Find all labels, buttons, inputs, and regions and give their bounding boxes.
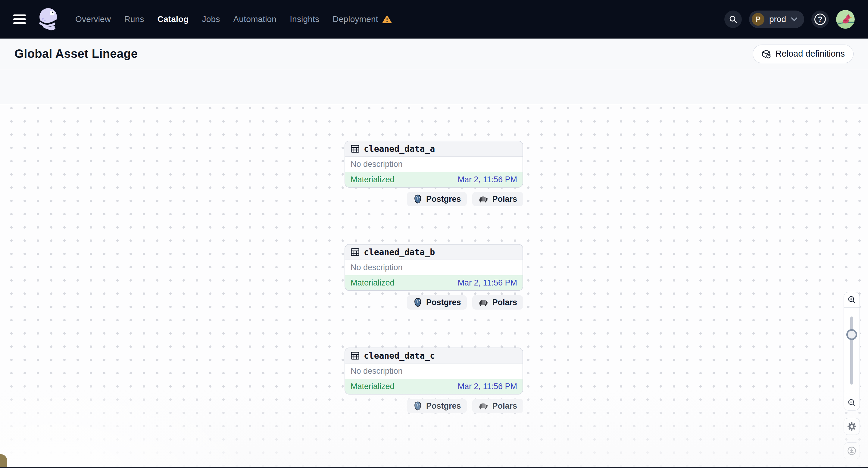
zoom-in-icon — [847, 295, 856, 304]
zoom-slider-thumb[interactable] — [846, 329, 857, 340]
search-icon — [728, 15, 738, 24]
zoom-out-icon — [847, 398, 856, 407]
polars-icon — [478, 299, 489, 306]
zoom-controls — [844, 292, 860, 410]
asset-description: No description — [350, 263, 403, 272]
canvas-corner-shape — [0, 454, 7, 467]
asset-node-cleaned-data-a[interactable]: cleaned_data_a No description Materializ… — [345, 141, 523, 188]
tag-postgres[interactable]: Postgres — [407, 192, 467, 206]
asset-node-status-bar: Materialized Mar 2, 11:56 PM — [345, 172, 523, 187]
tag-label: Polars — [492, 194, 517, 204]
reload-cube-icon — [762, 49, 771, 59]
dagster-app: Overview Runs Catalog Jobs Automation In… — [0, 0, 868, 468]
asset-name: cleaned_data_a — [364, 144, 435, 154]
tag-label: Postgres — [426, 194, 461, 204]
asset-description: No description — [350, 160, 403, 169]
asset-node-header: cleaned_data_b — [345, 245, 523, 260]
nav-item-deployment-label: Deployment — [333, 14, 378, 24]
top-navbar: Overview Runs Catalog Jobs Automation In… — [0, 0, 868, 38]
materialization-timestamp[interactable]: Mar 2, 11:56 PM — [458, 278, 517, 288]
table-icon — [350, 351, 360, 360]
zoom-slider-track[interactable] — [850, 316, 853, 384]
tag-polars[interactable]: Polars — [472, 295, 523, 310]
zoom-out-button[interactable] — [844, 395, 860, 410]
nav-item-runs[interactable]: Runs — [124, 14, 144, 24]
nav-item-deployment[interactable]: Deployment — [333, 14, 391, 24]
asset-description: No description — [350, 367, 403, 376]
lineage-toolbar: All assets roots(group:"public_data") ✕ — [0, 69, 868, 104]
asset-tags-row: Postgres — [345, 192, 523, 206]
download-image-button[interactable] — [844, 442, 860, 459]
asset-name: cleaned_data_b — [364, 247, 435, 257]
dagster-logo-icon[interactable] — [35, 6, 61, 33]
lineage-canvas[interactable]: cleaned_data_a No description Materializ… — [0, 104, 868, 468]
page-header: Global Asset Lineage Reload definitions — [0, 38, 868, 69]
asset-name: cleaned_data_c — [364, 351, 435, 361]
help-button[interactable]: ? — [811, 10, 829, 28]
graph-settings-button[interactable] — [844, 418, 860, 435]
zoom-in-button[interactable] — [844, 292, 860, 307]
asset-node-body: No description — [345, 157, 523, 172]
asset-tags-row: Postgres — [345, 295, 523, 310]
download-icon — [847, 446, 857, 456]
tag-postgres[interactable]: Postgres — [407, 295, 467, 310]
page-title: Global Asset Lineage — [14, 47, 137, 61]
environment-switcher[interactable]: P prod — [749, 10, 804, 28]
reload-definitions-label: Reload definitions — [775, 49, 845, 59]
asset-node-status-bar: Materialized Mar 2, 11:56 PM — [345, 275, 523, 290]
materialization-status: Materialized — [350, 278, 395, 288]
materialization-status: Materialized — [350, 175, 395, 184]
nav-item-jobs[interactable]: Jobs — [202, 14, 220, 24]
help-icon: ? — [814, 13, 826, 25]
environment-avatar: P — [752, 13, 765, 26]
asset-node-header: cleaned_data_c — [345, 348, 523, 364]
tag-postgres[interactable]: Postgres — [407, 399, 467, 413]
materialization-timestamp[interactable]: Mar 2, 11:56 PM — [458, 175, 517, 184]
materialization-timestamp[interactable]: Mar 2, 11:56 PM — [458, 382, 517, 391]
tag-polars[interactable]: Polars — [472, 192, 523, 206]
polars-icon — [478, 402, 489, 410]
navbar-right-cluster: P prod ? — [724, 10, 855, 29]
polars-icon — [478, 195, 489, 203]
tag-label: Postgres — [426, 401, 461, 411]
table-icon — [350, 248, 360, 256]
postgres-icon — [413, 401, 423, 411]
tag-label: Postgres — [426, 298, 461, 307]
tag-label: Polars — [492, 401, 517, 411]
tag-label: Polars — [492, 298, 517, 307]
asset-node-cleaned-data-c[interactable]: cleaned_data_c No description Materializ… — [345, 347, 523, 395]
warning-icon — [382, 15, 392, 24]
nav-item-automation[interactable]: Automation — [234, 14, 277, 24]
asset-node-status-bar: Materialized Mar 2, 11:56 PM — [345, 379, 523, 394]
environment-name: prod — [769, 14, 786, 24]
user-avatar[interactable] — [836, 10, 855, 29]
asset-node-body: No description — [345, 364, 523, 379]
table-icon — [350, 145, 360, 153]
nav-item-insights[interactable]: Insights — [290, 14, 319, 24]
settings-gear-icon — [847, 421, 857, 432]
tag-polars[interactable]: Polars — [472, 399, 523, 413]
materialization-status: Materialized — [350, 382, 395, 391]
search-button[interactable] — [724, 10, 742, 28]
asset-node-header: cleaned_data_a — [345, 141, 523, 157]
postgres-icon — [413, 298, 423, 307]
reload-definitions-button[interactable]: Reload definitions — [753, 44, 854, 63]
chevron-down-icon — [791, 17, 798, 22]
primary-nav: Overview Runs Catalog Jobs Automation In… — [75, 14, 392, 24]
asset-node-cleaned-data-b[interactable]: cleaned_data_b No description Materializ… — [345, 244, 523, 291]
asset-node-body: No description — [345, 260, 523, 275]
postgres-icon — [413, 194, 423, 204]
zoom-slider[interactable] — [844, 308, 860, 395]
nav-item-overview[interactable]: Overview — [75, 14, 111, 24]
nav-item-catalog[interactable]: Catalog — [157, 14, 189, 24]
hamburger-menu-icon[interactable] — [13, 14, 26, 24]
asset-tags-row: Postgres — [345, 399, 523, 413]
